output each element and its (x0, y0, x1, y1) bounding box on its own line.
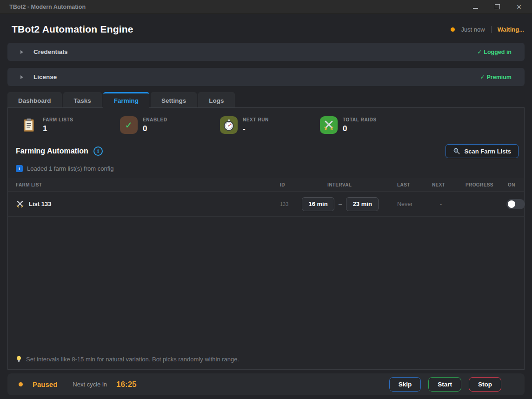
maximize-icon (495, 4, 500, 9)
status-text: Waiting... (498, 26, 524, 33)
last-run-value: Never (392, 201, 427, 207)
caret-right-icon (20, 50, 23, 54)
stop-button[interactable]: Stop (469, 377, 501, 392)
start-button[interactable]: Start (428, 377, 461, 392)
footer-bar: Paused Next cycle in 16:25 Skip Start St… (7, 373, 525, 395)
status-divider (491, 26, 492, 33)
stopwatch-icon (220, 116, 238, 134)
stat-farm-lists: FARM LISTS 1 (20, 116, 120, 134)
table-row: List 133 133 – Never - (8, 192, 524, 217)
tab-farming[interactable]: Farming (103, 92, 149, 108)
next-run-value: - (427, 201, 461, 207)
premium-status: ✓ Premium (480, 73, 512, 80)
tab-tasks[interactable]: Tasks (63, 92, 102, 107)
interval-max-input[interactable] (346, 197, 379, 211)
page-title: TBot2 Automation Engine (12, 24, 133, 35)
lightbulb-icon (16, 355, 22, 363)
maximize-button[interactable] (493, 3, 501, 11)
scan-farm-lists-button[interactable]: Scan Farm Lists (446, 144, 519, 158)
table-header: FARM LIST ID INTERVAL LAST NEXT PROGRESS… (8, 178, 524, 192)
countdown-timer: 16:25 (116, 380, 136, 389)
stat-value: 0 (343, 124, 377, 133)
info-message-row: i Loaded 1 farm list(s) from config (8, 158, 524, 172)
minimize-button[interactable] (472, 3, 479, 11)
tab-bar: Dashboard Tasks Farming Settings Logs (7, 92, 525, 108)
interval-separator: – (339, 200, 342, 207)
stat-label: TOTAL RAIDS (343, 117, 377, 122)
caret-right-icon (20, 75, 23, 79)
status-dot-icon (451, 27, 455, 32)
credentials-label: Credentials (33, 48, 68, 55)
info-square-icon: i (16, 165, 23, 172)
next-cycle-label: Next cycle in (73, 381, 107, 388)
check-icon: ✓ (120, 116, 138, 134)
paused-dot-icon (19, 382, 23, 386)
bot-status: Paused (33, 380, 57, 388)
last-update-text: Just now (461, 26, 485, 33)
tip-row: Set intervals like 8-15 min for natural … (8, 355, 524, 369)
farm-list-name: List 133 (29, 200, 51, 207)
empty-list-area (8, 217, 524, 355)
tab-settings[interactable]: Settings (151, 92, 197, 107)
license-section[interactable]: License ✓ Premium (7, 68, 525, 86)
logged-in-status: ✓ Logged in (477, 48, 512, 55)
minimize-icon (473, 8, 478, 9)
info-message: Loaded 1 farm list(s) from config (27, 165, 113, 172)
titlebar: TBot2 - Modern Automation × (0, 0, 532, 14)
stat-value: - (243, 124, 269, 133)
farm-list-id: 133 (280, 201, 302, 207)
stat-label: NEXT RUN (243, 117, 269, 122)
stat-value: 1 (43, 124, 73, 133)
stat-enabled: ✓ ENABLED 0 (120, 116, 220, 134)
page-header: TBot2 Automation Engine Just now Waiting… (0, 14, 532, 43)
window-title: TBot2 - Modern Automation (9, 4, 86, 10)
tip-text: Set intervals like 8-15 min for natural … (26, 356, 239, 363)
crossed-swords-icon (16, 200, 24, 208)
close-button[interactable]: × (515, 3, 523, 11)
column-next: NEXT (427, 182, 461, 187)
window-controls: × (472, 3, 523, 11)
stats-row: FARM LISTS 1 ✓ ENABLED 0 NE (8, 108, 524, 137)
close-icon: × (517, 4, 522, 10)
toggle-knob (508, 200, 515, 208)
info-circle-icon[interactable]: i (93, 146, 103, 156)
stat-value: 0 (143, 124, 167, 133)
farming-panel: FARM LISTS 1 ✓ ENABLED 0 NE (7, 108, 525, 370)
column-progress: PROGRESS (461, 182, 503, 187)
farm-list-enable-toggle[interactable] (506, 199, 525, 209)
interval-min-input[interactable] (302, 197, 334, 211)
column-farm-list: FARM LIST (16, 182, 280, 187)
tab-dashboard[interactable]: Dashboard (7, 92, 62, 107)
stat-next-run: NEXT RUN - (220, 116, 320, 134)
skip-button[interactable]: Skip (389, 377, 421, 392)
stat-total-raids: TOTAL RAIDS 0 (320, 116, 420, 134)
column-id: ID (280, 182, 302, 187)
search-icon (453, 147, 460, 155)
footer-buttons: Skip Start Stop (389, 377, 501, 392)
column-interval: INTERVAL (302, 182, 392, 187)
tab-logs[interactable]: Logs (198, 92, 234, 107)
stat-label: FARM LISTS (43, 117, 73, 122)
scan-button-label: Scan Farm Lists (465, 148, 511, 155)
header-status: Just now Waiting... (451, 26, 524, 33)
credentials-section[interactable]: Credentials ✓ Logged in (7, 43, 525, 61)
license-label: License (33, 73, 57, 80)
stat-label: ENABLED (143, 117, 167, 122)
crossed-swords-icon (320, 116, 338, 134)
farming-section-header: Farming Automation i Scan Farm Lists (8, 137, 524, 158)
column-last: LAST (392, 182, 427, 187)
clipboard-icon (20, 116, 38, 134)
column-on: ON (503, 182, 524, 187)
farming-heading: Farming Automation (16, 147, 88, 155)
